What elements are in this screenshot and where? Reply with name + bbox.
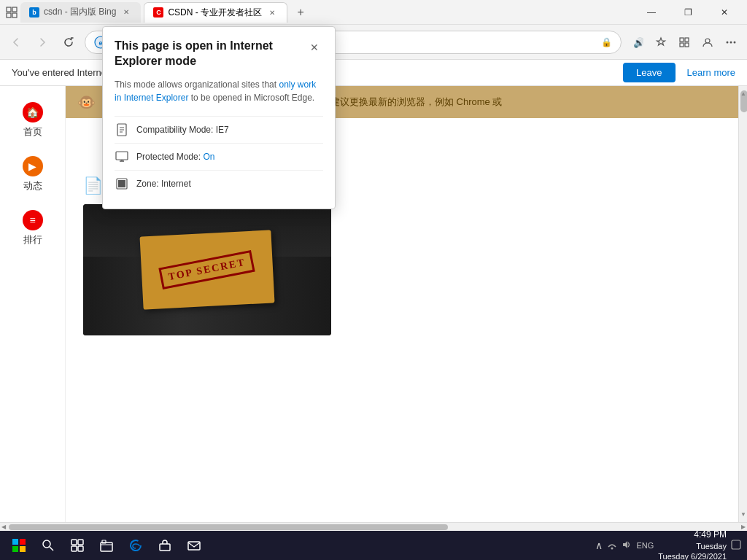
notification-icon[interactable] [731, 540, 741, 552]
browser-window: b csdn - 国内版 Bing ✕ C CSDN - 专业开发者社区 ✕ +… [0, 0, 747, 560]
svg-rect-15 [12, 539, 18, 545]
sidebar-item-dynamic[interactable]: ▶ 动态 [0, 147, 65, 201]
section-doc-icon: 📄 [83, 176, 103, 195]
sidebar-home-label: 首页 [23, 125, 42, 139]
svg-rect-8 [685, 38, 689, 42]
popup-header: This page is open in Internet Explorer m… [115, 39, 323, 69]
svg-point-12 [727, 41, 729, 43]
window-icon [6, 7, 18, 18]
svg-rect-24 [78, 546, 83, 551]
tab-csdn[interactable]: C CSDN - 专业开发者社区 ✕ [144, 2, 287, 23]
protected-text: Protected Mode: On [136, 152, 214, 162]
chevron-up-icon[interactable]: ∧ [595, 540, 603, 551]
svg-rect-25 [101, 542, 112, 551]
edge-button[interactable] [123, 532, 149, 559]
more-button[interactable] [721, 32, 741, 52]
svg-point-14 [734, 41, 736, 43]
zone-text: Zone: Internet [136, 179, 191, 189]
svg-rect-21 [71, 540, 77, 545]
tab-bing-label: csdn - 国内版 Bing [44, 6, 116, 18]
tab-csdn-close[interactable]: ✕ [266, 7, 278, 18]
explorer-button[interactable] [93, 532, 120, 559]
popup-zone-row: Zone: Internet [115, 170, 323, 197]
volume-icon[interactable] [622, 540, 632, 552]
h-scrollbar-thumb [9, 524, 448, 530]
mail-button[interactable] [181, 532, 207, 559]
popup-compatibility-row: Compatibility Mode: IE7 [115, 116, 323, 143]
svg-point-13 [730, 41, 732, 43]
ie-mode-popup: This page is open in Internet Explorer m… [102, 26, 336, 209]
popup-protected-row: Protected Mode: On [115, 143, 323, 170]
start-button[interactable] [6, 532, 32, 559]
article-image: TOP SECRET [83, 204, 331, 335]
svg-rect-18 [20, 546, 26, 552]
document-icon [115, 122, 129, 137]
profile-icon[interactable] [697, 32, 718, 52]
store-button[interactable] [152, 532, 178, 559]
svg-point-29 [611, 547, 614, 549]
system-clock[interactable]: 4:49 PM Tuesday Tuesday 6/29/2021 [658, 529, 727, 560]
svg-rect-0 [7, 7, 11, 12]
read-aloud-icon[interactable]: 🔊 [627, 32, 648, 52]
search-button[interactable] [35, 532, 61, 559]
sidebar-dynamic-label: 动态 [23, 179, 42, 192]
svg-rect-36 [116, 152, 128, 160]
compatibility-text: Compatibility Mode: IE7 [136, 125, 229, 135]
popup-close-button[interactable]: ✕ [306, 39, 323, 56]
popup-description: This mode allows organizational sites th… [115, 78, 323, 104]
svg-rect-9 [680, 43, 684, 47]
bing-favicon: b [29, 7, 39, 18]
svg-rect-7 [680, 38, 684, 42]
taskbar: ∧ ENG 4:49 PM Tuesday Tuesday 6/29/2021 [0, 531, 747, 560]
dynamic-icon: ▶ [23, 156, 43, 176]
sidebar-item-ranking[interactable]: ≡ 排行 [0, 201, 65, 255]
ranking-icon: ≡ [23, 210, 43, 230]
tab-bing-close[interactable]: ✕ [120, 7, 132, 18]
leave-button[interactable]: Leave [623, 63, 675, 82]
svg-rect-27 [160, 544, 170, 551]
refresh-button[interactable] [58, 32, 79, 52]
svg-rect-16 [20, 539, 26, 545]
svg-rect-17 [12, 546, 18, 552]
minimize-button[interactable]: — [635, 1, 668, 24]
learn-more-link[interactable]: Learn more [687, 67, 735, 78]
favorites-icon[interactable] [651, 32, 671, 52]
vertical-scrollbar[interactable]: ▲ ▼ [738, 86, 747, 522]
svg-rect-22 [78, 540, 83, 545]
svg-rect-1 [12, 7, 17, 12]
forward-button[interactable] [32, 32, 53, 52]
svg-marker-30 [623, 541, 627, 548]
system-tray: ∧ ENG 4:49 PM Tuesday Tuesday 6/29/2021 [595, 529, 741, 560]
svg-rect-2 [7, 13, 11, 18]
svg-rect-3 [12, 13, 17, 18]
tab-csdn-label: CSDN - 专业开发者社区 [168, 7, 262, 19]
svg-text:🔊: 🔊 [633, 36, 643, 48]
lang-indicator[interactable]: ENG [636, 541, 654, 550]
svg-rect-28 [188, 542, 200, 550]
svg-rect-26 [102, 540, 106, 543]
toolbar-icons: 🔊 [627, 32, 741, 52]
svg-rect-10 [685, 43, 689, 47]
tab-bing[interactable]: b csdn - 国内版 Bing ✕ [20, 2, 141, 23]
network-icon[interactable] [607, 540, 617, 552]
taskview-button[interactable] [64, 532, 90, 559]
svg-point-11 [705, 39, 710, 43]
zone-icon [115, 176, 129, 191]
maximize-button[interactable]: ❐ [671, 1, 705, 24]
svg-line-20 [50, 547, 53, 551]
popup-title: This page is open in Internet Explorer m… [115, 39, 306, 69]
sidebar-item-home[interactable]: 🏠 首页 [0, 93, 65, 147]
home-icon: 🏠 [23, 102, 43, 122]
monitor-icon [115, 149, 129, 164]
back-button[interactable] [6, 32, 26, 52]
window-controls: — ❐ ✕ [635, 1, 741, 24]
close-button[interactable]: ✕ [708, 1, 741, 24]
tabs-container: b csdn - 国内版 Bing ✕ C CSDN - 专业开发者社区 ✕ + [6, 2, 632, 23]
svg-rect-40 [118, 180, 125, 187]
collections-icon[interactable] [674, 32, 694, 52]
csdn-favicon: C [153, 7, 163, 18]
title-bar: b csdn - 国内版 Bing ✕ C CSDN - 专业开发者社区 ✕ +… [0, 0, 747, 25]
sidebar: 🏠 首页 ▶ 动态 ≡ 排行 [0, 86, 66, 522]
new-tab-button[interactable]: + [290, 2, 311, 23]
svg-point-19 [43, 540, 50, 548]
